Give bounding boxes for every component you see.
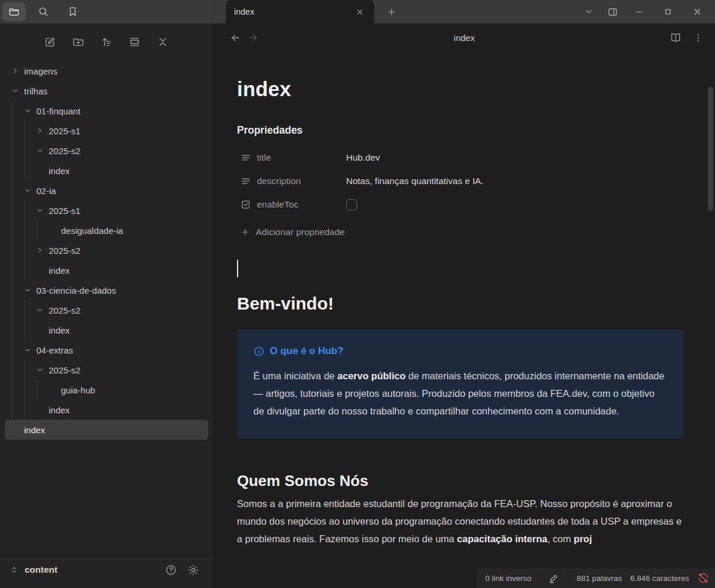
text-cursor [237,260,238,277]
tab-list-chevron-icon[interactable] [579,2,599,21]
new-tab-button[interactable] [384,4,399,19]
callout-body: É uma iniciativa de acervo público de ma… [253,367,667,420]
tree-item-label: 01-finquant [36,106,80,116]
collapse-all-icon[interactable] [155,34,171,49]
vault-switcher-icon[interactable] [9,565,19,575]
indent-guide [12,220,24,240]
tree-item-file[interactable]: index [5,161,208,181]
indent-guide [24,380,36,400]
tree-item-file[interactable]: index [5,420,208,440]
property-key[interactable]: title [257,152,346,163]
sort-order-icon[interactable] [99,34,114,49]
tree-item-folder[interactable]: 2025-s1 [5,121,208,141]
tree-item-folder[interactable]: 03-ciencia-de-dados [5,280,208,300]
more-options-icon[interactable] [689,29,707,46]
chevron-down-icon[interactable] [12,87,24,94]
sync-off-icon[interactable] [697,572,709,584]
bookmarks-panel-button[interactable] [61,2,84,21]
indent-guide [24,300,36,320]
tree-item-file[interactable]: index [5,320,208,340]
info-callout: O que é o Hub? É uma iniciativa de acerv… [237,329,684,439]
chevron-down-icon[interactable] [24,107,36,114]
chevron-down-icon[interactable] [36,207,49,214]
indent-guide [36,220,49,240]
property-key[interactable]: description [257,176,346,186]
settings-gear-icon[interactable] [185,562,201,578]
tree-item-folder[interactable]: 01-finquant [5,101,208,121]
tree-item-folder[interactable]: 2025-s2 [5,240,208,260]
chevron-down-icon[interactable] [36,366,49,373]
chevron-right-icon[interactable] [36,247,49,254]
word-count[interactable]: 881 palavras [577,574,622,583]
add-property-button[interactable]: Adicionar propriedade [237,227,684,237]
tree-item-file[interactable]: index [5,260,208,280]
chevron-down-icon[interactable] [36,147,49,154]
tree-item-folder[interactable]: 02-ia [5,181,208,200]
who-paragraph: Somos a a primeira entidade estudantil d… [237,495,684,548]
tree-item-label: index [49,405,70,415]
property-checkbox-unchecked[interactable] [346,199,357,210]
maximize-button[interactable] [655,2,681,21]
tree-item-folder[interactable]: 2025-s2 [5,360,208,380]
tree-item-file[interactable]: index [5,400,208,420]
tree-item-folder[interactable]: 2025-s2 [5,141,208,161]
tree-item-label: index [49,166,70,176]
indent-guide [12,280,24,300]
new-folder-icon[interactable] [71,34,86,49]
chevron-right-icon[interactable] [36,127,49,134]
who-heading: Quem Somos Nós [237,472,684,490]
chevron-down-icon[interactable] [24,187,36,194]
tree-item-label: index [49,266,70,276]
vault-name[interactable]: content [25,565,157,575]
property-value[interactable]: Hub.dev [346,152,380,163]
chevron-right-icon[interactable] [12,67,24,74]
backlinks-count[interactable]: 0 link inverso [485,574,531,583]
tab-bar: index [214,0,579,23]
indent-guide [12,360,24,380]
editor[interactable]: index Propriedades titleHub.devdescripti… [214,52,715,588]
tree-item-file[interactable]: guia-hub [5,380,208,400]
indent-guide [12,320,24,340]
minimize-button[interactable] [626,2,652,21]
property-key[interactable]: enableToc [257,199,346,210]
tab-close-icon[interactable] [352,4,367,19]
edit-mode-pencil-icon[interactable] [548,573,560,584]
tree-item-label: 2025-s2 [49,146,80,156]
scrollbar-thumb[interactable] [708,87,713,211]
search-panel-button[interactable] [32,2,55,21]
indent-guide [12,380,24,400]
navigate-forward-icon[interactable] [244,29,262,46]
card-layout-icon[interactable] [127,34,143,49]
navigate-back-icon[interactable] [226,29,244,46]
info-icon [253,346,265,357]
toggle-right-sidebar-icon[interactable] [602,2,622,21]
reading-mode-icon[interactable] [667,29,684,46]
chevron-down-icon[interactable] [24,346,36,354]
indent-guide [12,240,24,260]
tree-item-folder[interactable]: 2025-s2 [5,300,208,320]
chevron-down-icon[interactable] [24,287,36,294]
close-window-button[interactable] [684,2,710,21]
character-count[interactable]: 6.846 caracteres [630,574,689,583]
indent-guide [24,220,36,240]
tab-index[interactable]: index [226,0,374,23]
indent-guide [24,320,36,340]
help-icon[interactable] [162,562,179,578]
tree-item-label: guia-hub [61,385,95,395]
indent-guide [12,141,24,161]
property-row: titleHub.dev [237,146,684,169]
tree-item-folder[interactable]: imagens [5,61,208,81]
chevron-down-icon[interactable] [36,307,49,314]
tree-item-label: index [24,425,45,435]
explorer-toolbar [0,23,213,60]
tree-item-folder[interactable]: trilhas [5,81,208,101]
indent-guide [24,360,36,380]
bookmark-icon [67,6,79,18]
vault-footer: content [0,555,213,588]
files-panel-button[interactable] [2,2,26,21]
tree-item-folder[interactable]: 2025-s1 [5,200,208,220]
tree-item-folder[interactable]: 04-extras [5,340,208,360]
property-value[interactable]: Notas, finanças quantitativas e IA. [346,176,483,186]
tree-item-file[interactable]: desigualdade-ia [5,220,208,240]
new-note-icon[interactable] [43,34,58,49]
